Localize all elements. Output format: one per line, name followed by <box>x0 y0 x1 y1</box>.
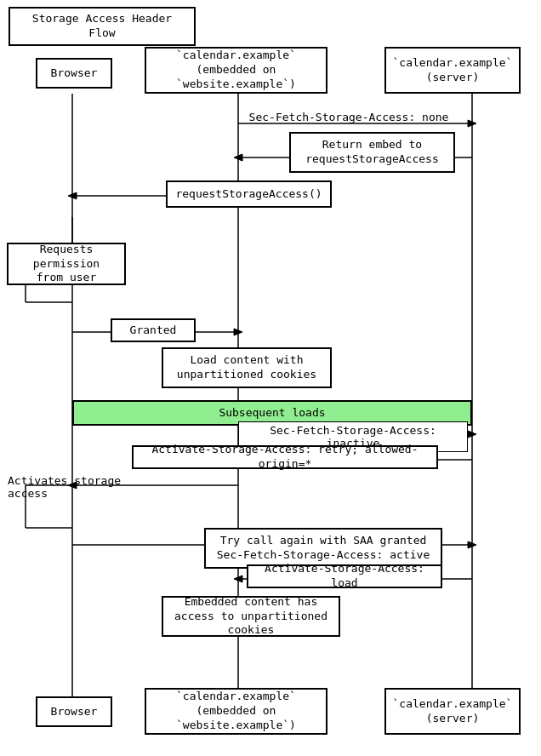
sec-fetch-none-text: Sec-Fetch-Storage-Access: none <box>249 111 449 123</box>
request-storage-box: requestStorageAccess() <box>166 180 332 208</box>
embedded-content-box: Embedded content has access to unpartiti… <box>162 596 340 637</box>
embed-top-label: `calendar.example` (embedded on `website… <box>151 49 321 92</box>
svg-marker-27 <box>234 576 242 582</box>
requests-permission-box: Requests permission from user <box>7 243 126 285</box>
svg-marker-14 <box>234 329 242 335</box>
activates-storage-label: Activates storage access <box>8 474 121 500</box>
try-call-again-label: Try call again with SAA granted Sec-Fetc… <box>217 534 430 563</box>
svg-marker-4 <box>468 120 476 127</box>
return-embed-box: Return embed to requestStorageAccess <box>289 132 455 173</box>
svg-marker-6 <box>234 154 242 161</box>
server-top-label: `calendar.example` (server) <box>393 56 513 85</box>
sec-fetch-none-label: Sec-Fetch-Storage-Access: none <box>238 109 459 125</box>
embedded-content-label: Embedded content has access to unpartiti… <box>168 595 333 639</box>
title-box: Storage Access Header Flow <box>9 7 196 46</box>
svg-marker-16 <box>468 431 476 438</box>
browser-top-box: Browser <box>36 58 112 89</box>
diagram-container: Storage Access Header Flow Browser `cale… <box>0 0 541 756</box>
embed-top-box: `calendar.example` (embedded on `website… <box>145 47 327 94</box>
subsequent-loads-label: Subsequent loads <box>219 406 325 421</box>
browser-top-label: Browser <box>51 66 98 81</box>
server-top-box: `calendar.example` (server) <box>384 47 521 94</box>
browser-bottom-box: Browser <box>36 696 112 727</box>
requests-permission-label: Requests permission from user <box>14 243 119 286</box>
load-content-box: Load content with unpartitioned cookies <box>162 347 332 388</box>
granted-label: Granted <box>130 324 177 338</box>
granted-box: Granted <box>111 318 196 342</box>
embed-bottom-label: `calendar.example` (embedded on `website… <box>151 690 321 733</box>
load-content-label: Load content with unpartitioned cookies <box>177 353 316 382</box>
svg-marker-25 <box>468 541 476 548</box>
svg-marker-8 <box>68 192 77 199</box>
server-bottom-box: `calendar.example` (server) <box>384 688 521 735</box>
embed-bottom-box: `calendar.example` (embedded on `website… <box>145 688 327 735</box>
title-label: Storage Access Header Flow <box>32 12 172 39</box>
browser-bottom-label: Browser <box>51 705 98 719</box>
activate-retry-box: Activate-Storage-Access: retry; allowed-… <box>132 445 438 469</box>
server-bottom-label: `calendar.example` (server) <box>393 697 513 726</box>
activate-load-label: Activate-Storage-Access: load <box>253 562 436 591</box>
activate-load-box: Activate-Storage-Access: load <box>247 564 442 588</box>
return-embed-label: Return embed to requestStorageAccess <box>305 138 439 167</box>
activates-storage-box: Activates storage access <box>4 472 128 501</box>
request-storage-label: requestStorageAccess() <box>175 187 322 202</box>
activate-retry-label: Activate-Storage-Access: retry; allowed-… <box>139 443 431 472</box>
